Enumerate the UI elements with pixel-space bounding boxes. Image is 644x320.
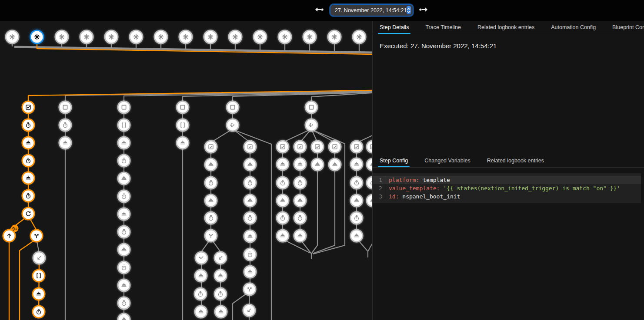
tab-automation-config[interactable]: Automation Config xyxy=(551,21,596,34)
brackets-node[interactable] xyxy=(32,269,46,283)
service-node[interactable] xyxy=(350,158,364,171)
service-node[interactable] xyxy=(350,229,364,243)
checkbox-marked-node[interactable] xyxy=(22,101,35,114)
service-node[interactable] xyxy=(244,265,257,279)
code-line[interactable]: 1platform: template xyxy=(373,176,641,184)
timer-node[interactable] xyxy=(294,211,307,225)
next-run-button[interactable] xyxy=(418,5,430,16)
timer-node[interactable] xyxy=(32,305,46,319)
service-node[interactable] xyxy=(276,158,290,171)
split-node[interactable] xyxy=(30,229,43,243)
trigger-asterisk-node[interactable] xyxy=(228,30,243,44)
timer-node[interactable] xyxy=(22,154,35,168)
trigger-asterisk-node[interactable] xyxy=(55,30,69,44)
checkbox-marked-node[interactable] xyxy=(328,140,342,154)
timer-node[interactable] xyxy=(244,248,257,261)
checkbox-marked-node[interactable] xyxy=(350,140,364,154)
trigger-asterisk-node[interactable] xyxy=(5,30,20,44)
service-node[interactable] xyxy=(59,136,72,150)
trigger-asterisk-node[interactable] xyxy=(352,30,367,44)
trigger-asterisk-node[interactable] xyxy=(154,30,168,44)
decision-node[interactable] xyxy=(305,119,318,132)
checkbox-blank-node[interactable] xyxy=(176,101,190,114)
service-node[interactable] xyxy=(194,305,208,319)
service-node[interactable] xyxy=(311,158,324,172)
trigger-asterisk-node[interactable] xyxy=(179,30,193,44)
checkbox-blank-node[interactable] xyxy=(59,101,72,114)
brackets-node[interactable] xyxy=(117,119,131,132)
timer-node[interactable] xyxy=(244,176,257,190)
brackets-node[interactable] xyxy=(176,119,190,132)
split-node[interactable] xyxy=(243,283,257,296)
timer-node[interactable] xyxy=(276,211,290,225)
decision-node[interactable] xyxy=(226,119,240,132)
tab-blueprint-config[interactable]: Blueprint Config xyxy=(612,21,644,34)
service-node[interactable] xyxy=(244,194,257,208)
code-line[interactable]: 2value_template: '{{ states(nextion_init… xyxy=(373,184,641,192)
trigger-asterisk-node[interactable] xyxy=(204,30,218,44)
timer-node[interactable] xyxy=(59,119,72,132)
service-node[interactable] xyxy=(176,136,190,150)
timer-node[interactable] xyxy=(194,287,207,301)
trigger-asterisk-node[interactable] xyxy=(253,30,267,44)
timer-node[interactable] xyxy=(117,154,131,168)
service-node[interactable] xyxy=(350,194,364,208)
tab-step-details[interactable]: Step Details xyxy=(380,21,409,34)
service-node[interactable] xyxy=(32,287,46,301)
service-node[interactable] xyxy=(276,229,290,243)
trigger-asterisk-node[interactable] xyxy=(80,30,94,44)
service-node[interactable] xyxy=(117,279,131,292)
tab-step-config[interactable]: Step Config xyxy=(380,154,408,167)
service-node[interactable] xyxy=(204,194,218,208)
run-select[interactable]: 27. November 2022, 14:54:21 xyxy=(330,5,413,16)
service-node[interactable] xyxy=(294,194,307,208)
service-node[interactable] xyxy=(294,158,307,171)
service-node[interactable] xyxy=(22,136,35,150)
timer-node[interactable] xyxy=(350,176,364,190)
arrow-down-left-node[interactable] xyxy=(214,251,227,265)
checkbox-marked-node[interactable] xyxy=(244,140,257,154)
service-node[interactable] xyxy=(117,208,131,221)
service-node[interactable] xyxy=(328,158,342,172)
service-node[interactable] xyxy=(194,269,208,283)
timer-node[interactable] xyxy=(276,176,290,190)
service-node[interactable] xyxy=(117,172,131,185)
yaml-code-editor[interactable]: 1platform: template2value_template: '{{ … xyxy=(373,173,641,203)
timer-node[interactable] xyxy=(350,211,364,225)
checkbox-marked-node[interactable] xyxy=(294,140,307,154)
service-node[interactable] xyxy=(214,305,228,319)
timer-node[interactable] xyxy=(214,287,227,301)
timer-node[interactable] xyxy=(204,211,218,225)
timer-node[interactable] xyxy=(294,176,307,190)
checkbox-marked-node[interactable] xyxy=(204,140,218,154)
service-node[interactable] xyxy=(22,172,35,185)
checkbox-blank-node[interactable] xyxy=(305,101,318,114)
service-node[interactable] xyxy=(276,194,290,208)
checkbox-blank-node[interactable] xyxy=(117,101,131,114)
trigger-asterisk-node[interactable] xyxy=(303,30,317,44)
timer-node[interactable] xyxy=(117,190,131,203)
service-node[interactable] xyxy=(204,158,218,172)
timer-node[interactable] xyxy=(22,119,35,132)
timer-node[interactable] xyxy=(204,176,218,190)
trigger-asterisk-node[interactable] xyxy=(278,30,292,44)
tab-related-logbook-entries[interactable]: Related logbook entries xyxy=(477,21,534,34)
timer-node[interactable] xyxy=(117,225,131,239)
checkbox-marked-node[interactable] xyxy=(311,140,324,154)
checkbox-marked-node[interactable] xyxy=(276,140,290,154)
timer-node[interactable] xyxy=(117,297,131,310)
service-node[interactable] xyxy=(214,269,227,283)
arrow-down-left-node[interactable] xyxy=(33,251,46,265)
previous-run-button[interactable] xyxy=(313,5,324,16)
checkbox-blank-node[interactable] xyxy=(226,101,240,114)
timer-node[interactable] xyxy=(244,211,257,225)
arrow-down-left-node[interactable] xyxy=(243,304,256,317)
tab-related-logbook-entries[interactable]: Related logbook entries xyxy=(487,154,544,167)
trigger-asterisk-node[interactable] xyxy=(30,30,44,44)
code-line[interactable]: 3id: nspanel_boot_init xyxy=(373,192,641,201)
timer-node[interactable] xyxy=(117,261,131,274)
service-node[interactable] xyxy=(294,229,307,243)
tab-changed-variables[interactable]: Changed Variables xyxy=(424,154,470,167)
service-node[interactable] xyxy=(244,158,257,172)
trigger-asterisk-node[interactable] xyxy=(129,30,143,44)
